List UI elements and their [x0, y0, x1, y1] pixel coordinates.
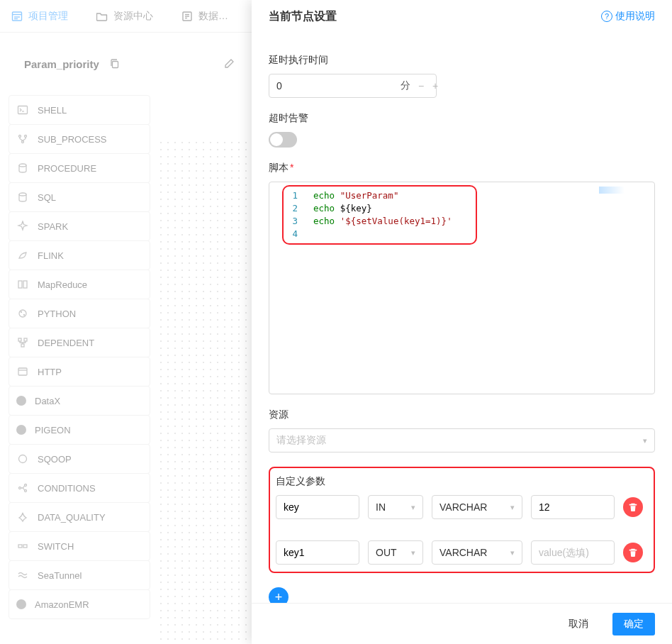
param-value-input[interactable] — [531, 540, 615, 565]
param-type-select[interactable]: VARCHAR▾ — [432, 495, 522, 519]
step-down-icon[interactable]: − — [416, 81, 426, 91]
param-direction-select[interactable]: IN▾ — [368, 495, 423, 519]
step-up-icon[interactable]: + — [430, 81, 440, 91]
custom-params-section: 自定义参数 IN▾VARCHAR▾OUT▾VARCHAR▾ — [269, 467, 655, 573]
line-number: 3 — [284, 215, 305, 228]
help-link[interactable]: ? 使用说明 — [601, 10, 655, 23]
code-line: 4 — [284, 228, 476, 240]
line-number: 1 — [284, 189, 305, 202]
chevron-down-icon: ▾ — [411, 548, 415, 557]
chevron-down-icon: ▾ — [643, 436, 647, 445]
code-line: 1echo "UserParam" — [284, 189, 476, 202]
resource-select[interactable]: 请选择资源 ▾ — [269, 428, 655, 453]
param-type-select[interactable]: VARCHAR▾ — [432, 540, 522, 565]
script-highlight-box: 1echo "UserParam"2echo ${key}3echo '${se… — [282, 185, 477, 245]
drawer-title: 当前节点设置 — [269, 9, 337, 24]
param-value-input[interactable] — [531, 495, 615, 519]
line-number: 4 — [284, 228, 305, 240]
param-row: OUT▾VARCHAR▾ — [276, 540, 648, 565]
help-icon: ? — [601, 11, 612, 22]
delay-unit: 分 — [401, 79, 410, 92]
line-code: echo '${setValue(key1=1)}' — [305, 215, 452, 228]
param-name-input[interactable] — [276, 495, 359, 519]
params-label: 自定义参数 — [276, 475, 648, 488]
drawer-footer: 取消 确定 — [252, 603, 672, 644]
toggle-knob — [270, 133, 283, 146]
chevron-down-icon: ▾ — [510, 548, 515, 557]
delay-input-wrap[interactable]: 分 − + — [269, 74, 437, 98]
chevron-down-icon: ▾ — [510, 503, 515, 512]
drawer-header: 当前节点设置 ? 使用说明 — [252, 0, 672, 33]
line-code: echo "UserParam" — [305, 189, 398, 202]
delay-label: 延时执行时间 — [269, 54, 655, 67]
param-name-input[interactable] — [276, 540, 359, 565]
resource-placeholder: 请选择资源 — [276, 434, 326, 447]
delay-input[interactable] — [276, 80, 401, 91]
delete-param-button[interactable] — [623, 497, 643, 517]
drawer-body: 延时执行时间 分 − + 超时告警 脚本* 1echo "UserParam"2… — [252, 33, 672, 603]
stepper-controls: − + — [416, 81, 440, 91]
resource-label: 资源 — [269, 409, 655, 421]
code-line: 2echo ${key} — [284, 202, 476, 215]
line-number: 2 — [284, 202, 305, 215]
cancel-button[interactable]: 取消 — [557, 613, 600, 635]
timeout-label: 超时告警 — [269, 112, 655, 125]
delete-param-button[interactable] — [623, 543, 643, 562]
ok-button[interactable]: 确定 — [612, 613, 655, 635]
line-code — [305, 228, 313, 240]
help-label: 使用说明 — [615, 10, 655, 23]
chevron-down-icon: ▾ — [411, 503, 415, 512]
add-param-button[interactable]: + — [269, 587, 289, 603]
editor-toolbar-icon — [599, 187, 642, 194]
script-label: 脚本* — [269, 162, 655, 174]
line-code: echo ${key} — [305, 202, 372, 215]
param-row: IN▾VARCHAR▾ — [276, 495, 648, 519]
code-line: 3echo '${setValue(key1=1)}' — [284, 215, 476, 228]
script-editor[interactable]: 1echo "UserParam"2echo ${key}3echo '${se… — [269, 182, 655, 394]
settings-drawer: 当前节点设置 ? 使用说明 延时执行时间 分 − + 超时告警 脚本* 1ech… — [252, 0, 672, 644]
timeout-toggle[interactable] — [269, 132, 297, 148]
param-direction-select[interactable]: OUT▾ — [368, 540, 423, 565]
